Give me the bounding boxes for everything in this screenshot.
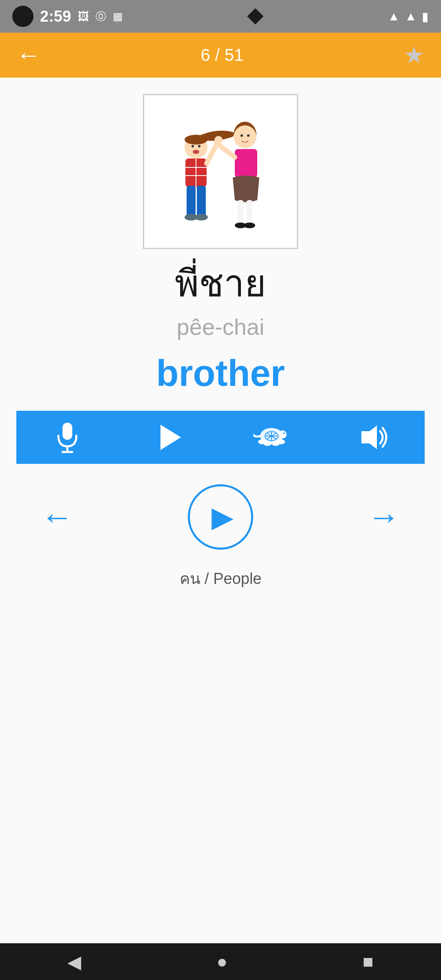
next-button[interactable]: → bbox=[368, 498, 400, 536]
turtle-icon bbox=[253, 423, 290, 452]
svg-point-12 bbox=[185, 135, 207, 145]
svg-rect-20 bbox=[187, 186, 196, 216]
back-button[interactable]: ← bbox=[16, 43, 41, 67]
home-system-button[interactable]: ● bbox=[216, 951, 227, 972]
status-left: 2:59 🖼 ⓪ ▦ bbox=[12, 6, 123, 27]
children-illustration bbox=[151, 102, 290, 241]
speaker-icon bbox=[357, 423, 390, 452]
blue-toolbar bbox=[16, 411, 425, 464]
circle-icon: ⓪ bbox=[96, 9, 106, 24]
play-circle-button[interactable]: ▶ bbox=[188, 484, 253, 550]
svg-rect-26 bbox=[62, 423, 72, 440]
battery-icon: ▮ bbox=[422, 9, 429, 24]
svg-rect-7 bbox=[247, 200, 252, 225]
favorite-button[interactable]: ★ bbox=[403, 41, 425, 69]
mic-icon bbox=[55, 421, 80, 454]
recents-system-button[interactable]: ■ bbox=[363, 951, 374, 972]
status-bar: 2:59 🖼 ⓪ ▦ ▲ ▲ ▮ bbox=[0, 0, 441, 33]
phonetic: pêe-chai bbox=[177, 314, 265, 340]
svg-point-25 bbox=[214, 136, 223, 144]
page-counter: 6 / 51 bbox=[200, 45, 243, 65]
english-word: brother bbox=[156, 352, 285, 394]
category-label: คน / People bbox=[180, 558, 262, 607]
svg-point-15 bbox=[193, 150, 199, 154]
sim-icon: ▦ bbox=[113, 10, 123, 23]
svg-point-39 bbox=[263, 441, 272, 446]
signal-icon: ▲ bbox=[405, 9, 417, 23]
svg-point-13 bbox=[192, 145, 194, 147]
mic-button[interactable] bbox=[49, 419, 86, 456]
image-icon: 🖼 bbox=[78, 10, 89, 23]
play-icon bbox=[157, 423, 182, 452]
svg-point-9 bbox=[244, 223, 255, 228]
slow-button[interactable] bbox=[253, 419, 290, 456]
svg-marker-29 bbox=[160, 425, 181, 450]
play-button[interactable] bbox=[151, 419, 188, 456]
svg-point-4 bbox=[247, 134, 249, 137]
svg-rect-5 bbox=[235, 149, 257, 178]
svg-rect-0 bbox=[151, 102, 290, 241]
svg-point-14 bbox=[198, 145, 200, 147]
svg-marker-42 bbox=[361, 425, 377, 449]
speaker-button[interactable] bbox=[355, 419, 392, 456]
svg-rect-21 bbox=[197, 186, 206, 216]
bottom-nav: ◀ ● ■ bbox=[0, 943, 441, 980]
svg-point-41 bbox=[277, 439, 285, 444]
card-image bbox=[143, 94, 298, 249]
svg-point-36 bbox=[278, 430, 287, 439]
toolbar: ← 6 / 51 ★ bbox=[0, 33, 441, 78]
svg-point-23 bbox=[195, 214, 208, 220]
svg-point-2 bbox=[234, 125, 256, 148]
svg-rect-6 bbox=[238, 200, 243, 225]
main-content: พี่ชาย pêe-chai brother bbox=[0, 78, 441, 943]
status-circle-icon bbox=[12, 6, 33, 27]
svg-point-37 bbox=[283, 432, 285, 434]
play-circle-icon: ▶ bbox=[212, 500, 234, 534]
prev-button[interactable]: ← bbox=[41, 498, 74, 536]
thai-word: พี่ชาย bbox=[175, 261, 266, 305]
status-center bbox=[247, 8, 263, 24]
status-right: ▲ ▲ ▮ bbox=[388, 9, 429, 24]
nfc-icon bbox=[247, 8, 263, 24]
back-system-button[interactable]: ◀ bbox=[67, 951, 81, 972]
svg-point-3 bbox=[241, 134, 243, 137]
status-time: 2:59 bbox=[40, 8, 71, 25]
nav-controls: ← ▶ → bbox=[16, 464, 425, 558]
wifi-icon: ▲ bbox=[388, 9, 400, 23]
